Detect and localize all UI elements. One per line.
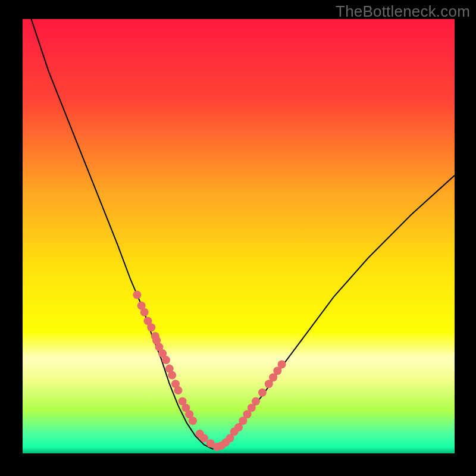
highlight-dot bbox=[200, 434, 208, 443]
chart-stage: { "watermark": "TheBottleneck.com", "cha… bbox=[0, 0, 476, 476]
highlight-dot bbox=[252, 397, 260, 405]
highlight-dot bbox=[278, 360, 286, 368]
highlight-dot bbox=[174, 386, 182, 394]
highlight-dot bbox=[140, 308, 149, 317]
highlight-dot bbox=[147, 323, 155, 331]
highlight-dot bbox=[133, 291, 141, 299]
highlight-dot bbox=[189, 416, 197, 425]
highlight-dot bbox=[168, 371, 176, 380]
watermark-text: TheBottleneck.com bbox=[336, 2, 470, 21]
bottleneck-chart bbox=[0, 0, 476, 476]
highlight-dot bbox=[162, 356, 170, 364]
highlight-dot bbox=[258, 389, 267, 397]
